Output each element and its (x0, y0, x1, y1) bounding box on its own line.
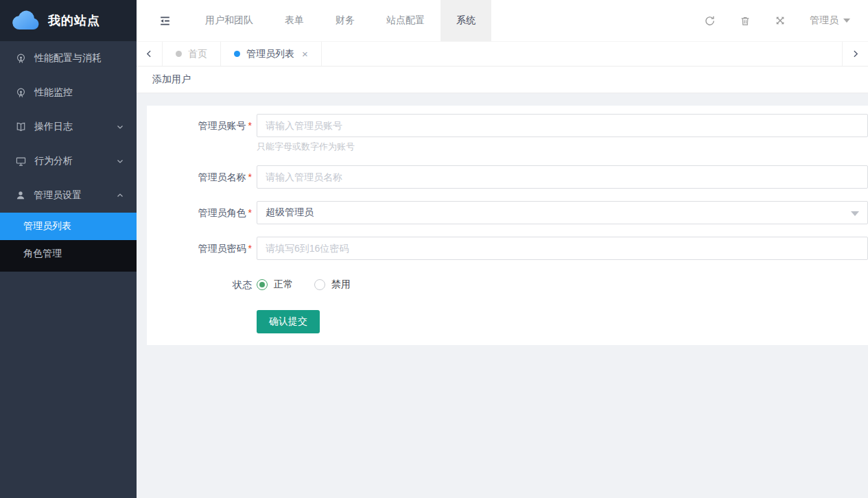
selected-role-value: 超级管理员 (266, 206, 314, 219)
form-row-account: 管理员账号* 只能字母或数字作为账号 (147, 114, 868, 153)
status-option-disabled[interactable]: 禁用 (314, 278, 351, 291)
tab-home[interactable]: 首页 (163, 42, 221, 66)
cloud-logo-icon (11, 10, 41, 31)
header-actions: 管理员 (704, 14, 868, 27)
radio-label: 正常 (274, 278, 293, 291)
chevron-up-icon (116, 191, 124, 200)
field-label: 管理员角色* (147, 201, 257, 224)
sidebar-item-performance-monitor[interactable]: 性能监控 (0, 75, 137, 110)
radio-checked-icon[interactable] (257, 279, 268, 290)
tab-label: 管理员列表 (246, 48, 294, 60)
chevron-left-icon (145, 49, 154, 58)
logo-bar[interactable]: 我的站点 (0, 0, 137, 41)
fullscreen-expand-icon (775, 15, 786, 26)
required-asterisk: * (248, 243, 252, 254)
sidebar-item-label: 行为分析 (34, 155, 73, 167)
status-radio-group: 正常 禁用 (257, 278, 868, 291)
tabs-scroll-right-button[interactable] (842, 42, 868, 66)
field-label: 管理员账号* (147, 114, 257, 137)
field-col: 只能字母或数字作为账号 (257, 114, 868, 153)
radio-label: 禁用 (331, 278, 351, 291)
breadcrumb: 添加用户 (137, 67, 868, 93)
user-icon (15, 190, 26, 201)
tab-label: 首页 (188, 48, 207, 60)
admin-name-input[interactable] (257, 165, 868, 189)
site-title: 我的站点 (48, 12, 100, 29)
sidebar-item-label: 性能监控 (34, 86, 73, 99)
field-label-text: 管理员密码 (198, 243, 246, 254)
field-label-text: 状态 (233, 279, 252, 290)
trash-icon (740, 15, 751, 27)
sidebar-item-operation-log[interactable]: 操作日志 (0, 110, 137, 144)
sidebar: 我的站点 性能配置与消耗 性能监控 (0, 0, 137, 498)
field-help-text: 只能字母或数字作为账号 (257, 141, 868, 153)
required-asterisk: * (248, 171, 252, 182)
top-header: 用户和团队 表单 财务 站点配置 系统 (137, 0, 868, 41)
field-label: 管理员名称* (147, 165, 257, 189)
submit-button[interactable]: 确认提交 (257, 310, 320, 333)
refresh-icon (704, 15, 716, 27)
nav-item-system[interactable]: 系统 (441, 0, 491, 41)
field-col: 确认提交 (257, 310, 868, 333)
content-area: 管理员账号* 只能字母或数字作为账号 管理员名称* (137, 93, 868, 498)
tabs-scroll-left-button[interactable] (137, 42, 163, 66)
refresh-button[interactable] (704, 15, 716, 27)
nav-item-site-config[interactable]: 站点配置 (371, 0, 441, 41)
status-option-normal[interactable]: 正常 (257, 278, 293, 291)
menu-fold-icon (159, 14, 172, 27)
sidebar-item-behavior-analysis[interactable]: 行为分析 (0, 144, 137, 178)
tab-dot (234, 51, 240, 57)
chevron-down-icon (116, 157, 124, 165)
tab-admin-list[interactable]: 管理员列表 × (221, 42, 322, 66)
sidebar-subitem-admin-list[interactable]: 管理员列表 (0, 213, 137, 240)
admin-settings-submenu: 管理员列表 角色管理 (0, 213, 137, 272)
radio-unchecked-icon[interactable] (314, 279, 325, 290)
delete-button[interactable] (740, 15, 751, 27)
sidebar-item-label: 性能配置与消耗 (34, 52, 102, 64)
header-nav: 用户和团队 表单 财务 站点配置 系统 (189, 0, 491, 41)
admin-role-select[interactable]: 超级管理员 (257, 201, 868, 224)
field-label-text: 管理员名称 (198, 171, 246, 182)
required-asterisk: * (248, 207, 252, 218)
tab-bar: 首页 管理员列表 × (137, 41, 868, 67)
nav-item-forms[interactable]: 表单 (269, 0, 320, 41)
sidebar-menu: 性能配置与消耗 性能监控 操作日志 (0, 41, 137, 272)
field-col (257, 237, 868, 260)
page-title: 添加用户 (152, 73, 191, 86)
admin-password-input[interactable] (257, 237, 868, 260)
broadcast-icon (15, 53, 27, 64)
user-menu[interactable]: 管理员 (810, 14, 850, 27)
tab-close-icon[interactable]: × (302, 48, 308, 60)
field-label: 状态 (147, 278, 257, 292)
form-row-role: 管理员角色* 超级管理员 (147, 201, 868, 224)
select-caret-icon (851, 211, 859, 216)
chevron-right-icon (851, 49, 860, 58)
form-row-submit: 确认提交 (147, 310, 868, 333)
admin-account-input[interactable] (257, 114, 868, 137)
sidebar-subitem-label: 角色管理 (23, 248, 62, 260)
required-asterisk: * (248, 120, 252, 131)
sidebar-subitem-role-management[interactable]: 角色管理 (0, 240, 137, 268)
field-col: 超级管理员 (257, 201, 868, 224)
book-icon (15, 121, 27, 133)
field-label-text: 管理员角色 (198, 207, 246, 218)
field-label: 管理员密码* (147, 237, 257, 260)
sidebar-item-admin-settings[interactable]: 管理员设置 (0, 178, 137, 213)
user-menu-label: 管理员 (810, 14, 838, 27)
nav-item-finance[interactable]: 财务 (320, 0, 371, 41)
nav-item-label: 财务 (336, 14, 355, 27)
nav-item-label: 用户和团队 (205, 14, 253, 27)
field-label-text: 管理员账号 (198, 120, 246, 131)
sidebar-collapse-button[interactable] (159, 14, 172, 27)
sidebar-item-performance-config[interactable]: 性能配置与消耗 (0, 41, 137, 75)
form-row-name: 管理员名称* (147, 165, 868, 189)
fullscreen-button[interactable] (775, 15, 786, 26)
sidebar-subitem-label: 管理员列表 (23, 220, 71, 233)
sidebar-item-label: 操作日志 (34, 121, 73, 133)
monitor-icon (15, 156, 27, 167)
nav-item-label: 系统 (456, 14, 476, 27)
nav-item-label: 站点配置 (386, 14, 425, 27)
nav-item-users-teams[interactable]: 用户和团队 (189, 0, 269, 41)
form-card: 管理员账号* 只能字母或数字作为账号 管理员名称* (147, 106, 868, 345)
sidebar-item-label: 管理员设置 (34, 189, 82, 202)
